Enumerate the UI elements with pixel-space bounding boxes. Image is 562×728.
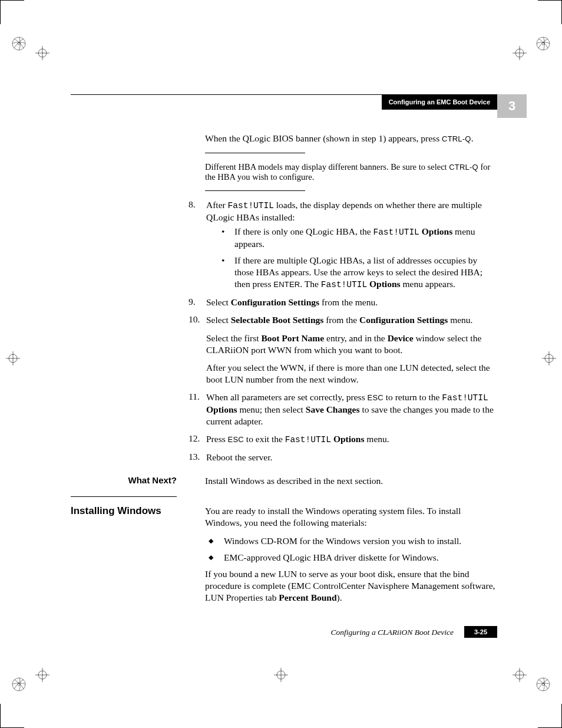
step-8: 8. After Fast!UTIL loads, the display de… — [189, 199, 497, 291]
step-text: Select the first Boot Port Name entry, a… — [206, 332, 497, 356]
step-number: 13. — [189, 452, 200, 462]
step-number: 11. — [189, 391, 200, 402]
note-paragraph: Different HBA models may display differe… — [205, 162, 497, 182]
side-heading-block: Installing Windows — [71, 505, 191, 517]
bullet-list: If there is only one QLogic HBA, the Fas… — [222, 226, 497, 291]
page-number-badge: 3-25 — [464, 626, 497, 638]
svg-point-6 — [542, 42, 544, 45]
registration-cross-icon — [35, 46, 49, 60]
numbered-steps: 8. After Fast!UTIL loads, the display de… — [189, 199, 497, 463]
keycap: CTRL-Q — [449, 163, 478, 172]
footer: Configuring a CLARiiON Boot Device 3-25 — [0, 628, 497, 640]
diamond-list: Windows CD-ROM for the Windows version y… — [205, 535, 497, 564]
registration-cross-icon — [274, 668, 288, 682]
crop-mark-icon — [0, 704, 24, 728]
crop-mark-icon — [0, 0, 24, 24]
step-12: 12. Press ESC to exit the Fast!UTIL Opti… — [189, 433, 497, 446]
step-10: 10. Select Selectable Boot Settings from… — [189, 314, 497, 386]
step-number: 8. — [189, 199, 196, 210]
svg-point-17 — [18, 683, 20, 686]
registration-cross-icon — [6, 351, 20, 365]
registration-rosette-icon — [12, 677, 26, 691]
registration-cross-icon — [513, 668, 527, 682]
crop-mark-icon — [538, 704, 562, 728]
step-13: 13. Reboot the server. — [189, 452, 497, 463]
step-number: 9. — [189, 297, 196, 307]
registration-rosette-icon — [536, 37, 550, 51]
running-header-text: Configuring an EMC Boot Device — [389, 98, 490, 106]
crop-mark-icon — [538, 0, 562, 24]
page-number: 3-25 — [474, 628, 487, 635]
install-p2: If you bound a new LUN to serve as your … — [205, 568, 497, 604]
step-text: When all parameters are set correctly, p… — [206, 392, 494, 426]
step-11: 11. When all parameters are set correctl… — [189, 391, 497, 427]
what-next-body: Install Windows as described in the next… — [205, 475, 497, 487]
what-next-section: What Next? Install Windows as described … — [71, 469, 497, 497]
step-number: 12. — [189, 433, 200, 444]
step-text: Reboot the server. — [206, 452, 272, 462]
text: When the QLogic BIOS banner (shown in st… — [205, 133, 442, 143]
step-text: Select Selectable Boot Settings from the… — [206, 314, 497, 326]
side-heading-block: What Next? — [71, 475, 191, 485]
step-9: 9. Select Configuration Settings from th… — [189, 297, 497, 308]
list-item: If there are multiple QLogic HBAs, a lis… — [222, 255, 497, 291]
list-item: Windows CD-ROM for the Windows version y… — [205, 535, 497, 547]
chapter-number-badge: 3 — [497, 94, 527, 118]
page: Configuring an EMC Boot Device 3 When th… — [0, 0, 562, 728]
intro-paragraph: When the QLogic BIOS banner (shown in st… — [205, 133, 497, 144]
step-text: Select Configuration Settings from the m… — [206, 297, 378, 307]
keycap: CTRL-Q — [442, 134, 471, 143]
text: . — [471, 133, 474, 143]
registration-cross-icon — [35, 668, 49, 682]
list-item: EMC-approved QLogic HBA driver diskette … — [205, 552, 497, 564]
step-text: After Fast!UTIL loads, the display depen… — [206, 200, 482, 222]
text: Different HBA models may display differe… — [205, 162, 449, 172]
registration-cross-icon — [542, 351, 556, 365]
registration-rosette-icon — [536, 677, 550, 691]
footer-title: Configuring a CLARiiON Boot Device — [331, 628, 454, 637]
svg-point-22 — [542, 683, 544, 686]
registration-rosette-icon — [12, 37, 26, 51]
body: When the QLogic BIOS banner (shown in st… — [71, 133, 497, 610]
side-heading: Installing Windows — [71, 505, 191, 517]
install-p1: You are ready to install the Windows ope… — [205, 505, 497, 529]
running-header: Configuring an EMC Boot Device — [382, 94, 497, 110]
note-rule — [205, 153, 305, 153]
note-rule — [205, 190, 305, 191]
chapter-number: 3 — [508, 98, 515, 114]
step-text: After you select the WWN, if there is mo… — [206, 362, 497, 386]
side-heading: What Next? — [71, 475, 191, 485]
step-number: 10. — [189, 314, 200, 325]
step-text: Press ESC to exit the Fast!UTIL Options … — [206, 434, 389, 444]
svg-point-1 — [18, 42, 20, 45]
installing-windows-section: Installing Windows You are ready to inst… — [71, 497, 497, 610]
registration-cross-icon — [513, 46, 527, 60]
list-item: If there is only one QLogic HBA, the Fas… — [222, 226, 497, 250]
